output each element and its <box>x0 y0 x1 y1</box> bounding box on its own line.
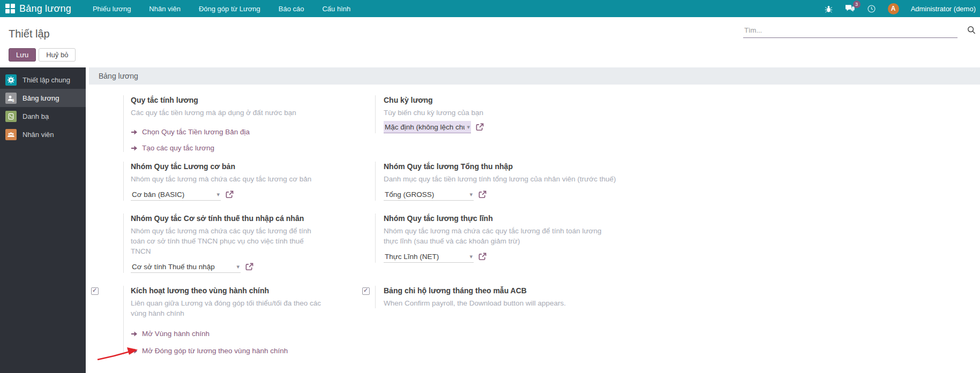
sidebar-item-danh-ba[interactable]: Danh bạ <box>0 107 86 125</box>
setting-title: Nhóm Quy tắc Cơ sở tính thuế thu nhập cá… <box>131 214 327 224</box>
contacts-icon <box>5 111 17 122</box>
settings-form: Quy tắc tính lương Các quy tắc tiền lươn… <box>86 85 980 355</box>
search-input[interactable] <box>743 25 957 38</box>
app-brand[interactable]: Bảng lương <box>19 3 71 14</box>
activity-clock-icon[interactable] <box>867 4 876 13</box>
setting-pay-cycle: Chu kỳ lương Tùy biến chu kỳ lương của b… <box>327 95 627 152</box>
caret-down-icon <box>236 263 240 270</box>
setting-title: Chu kỳ lương <box>384 95 627 105</box>
arrow-right-icon <box>131 129 138 135</box>
sidebar-item-thiet-lap-chung[interactable]: Thiết lập chung <box>0 71 86 89</box>
sidebar-item-bang-luong[interactable]: $ Bảng lương <box>0 89 86 107</box>
settings-section-title: Bảng lương <box>99 72 138 80</box>
external-link-icon[interactable] <box>478 191 487 199</box>
user-menu[interactable]: Administrator (demo) <box>911 5 976 13</box>
external-link-icon[interactable] <box>226 191 234 199</box>
setting-subtitle: Các quy tắc tiền lương mà áp dụng ở đất … <box>131 108 327 118</box>
nav-item-cau-hinh[interactable]: Cấu hình <box>322 5 350 13</box>
nav-item-nhan-vien[interactable]: Nhân viên <box>149 5 181 13</box>
sidebar-item-label: Bảng lương <box>23 94 59 102</box>
external-link-icon[interactable] <box>245 263 253 271</box>
admin-region-checkbox[interactable] <box>91 287 99 295</box>
main-menu: Phiếu lương Nhân viên Đóng góp từ Lương … <box>93 5 350 13</box>
sidebar-item-label: Thiết lập chung <box>23 76 70 84</box>
setting-basic-rule-group: Nhóm Quy tắc Lương cơ bản Nhóm quy tắc l… <box>88 162 327 201</box>
caret-down-icon <box>469 253 473 260</box>
sidebar-item-nhan-vien[interactable]: Nhân viên <box>0 125 86 143</box>
gear-icon <box>5 74 17 86</box>
settings-section-header: Bảng lương <box>89 67 980 85</box>
control-panel: Thiết lập Lưu Huỷ bỏ <box>0 17 980 67</box>
setting-gross-rule-group: Nhóm Quy tắc lương Tổng thu nhập Danh mụ… <box>327 162 627 201</box>
arrow-right-icon <box>131 145 138 151</box>
setting-acb-report: Bảng chi hộ lương tháng theo mẫu ACB Whe… <box>327 286 627 355</box>
messages-count-badge: 3 <box>853 1 861 8</box>
setting-subtitle: Nhóm quy tắc lương mà chứa các quy tắc l… <box>384 226 614 246</box>
setting-title: Nhóm Quy tắc Lương cơ bản <box>131 162 327 172</box>
discard-button[interactable]: Huỷ bỏ <box>39 48 76 62</box>
setting-subtitle: When Confirm payroll, the Download butto… <box>384 298 627 308</box>
apps-menu-icon[interactable] <box>5 4 15 13</box>
nav-item-bao-cao[interactable]: Báo cáo <box>279 5 304 13</box>
avatar[interactable]: A <box>888 3 899 14</box>
sidebar-item-label: Danh bạ <box>23 112 49 120</box>
basic-rule-group-select[interactable]: Cơ bản (BASIC) <box>131 188 221 201</box>
pay-cycle-select[interactable]: Mặc định (không lệch chu <box>384 121 471 133</box>
tax-base-rule-group-select[interactable]: Cơ sở tính Thuế thu nhập <box>131 261 241 273</box>
setting-subtitle: Danh mục quy tắc tiền lương tính tổng lư… <box>384 174 627 184</box>
caret-down-icon <box>469 191 473 198</box>
bug-icon[interactable] <box>825 5 833 13</box>
setting-subtitle: Nhóm quy tắc lương mà chứa các quy tắc l… <box>131 226 324 256</box>
save-button[interactable]: Lưu <box>9 48 36 62</box>
setting-title: Nhóm Quy tắc lương thực lĩnh <box>384 214 627 224</box>
acb-report-checkbox[interactable] <box>362 287 370 295</box>
employees-icon <box>5 129 17 140</box>
sidebar-item-label: Nhân viên <box>23 131 54 139</box>
gross-rule-group-select[interactable]: Tổng (GROSS) <box>384 188 474 201</box>
create-salary-rules-link[interactable]: Tạo các quy tắc lương <box>131 144 327 152</box>
arrow-right-icon <box>131 348 138 354</box>
open-admin-regions-link[interactable]: Mở Vùng hành chính <box>131 330 327 338</box>
setting-title: Kích hoạt lương theo vùng hành chính <box>131 286 327 296</box>
caret-down-icon <box>216 191 220 198</box>
top-navbar: Bảng lương Phiếu lương Nhân viên Đóng gó… <box>0 0 980 17</box>
setting-net-rule-group: Nhóm Quy tắc lương thực lĩnh Nhóm quy tắ… <box>327 214 627 273</box>
caret-down-icon <box>467 124 470 131</box>
setting-title: Bảng chi hộ lương tháng theo mẫu ACB <box>384 286 627 296</box>
search-icon[interactable] <box>967 26 976 36</box>
setting-salary-rules: Quy tắc tính lương Các quy tắc tiền lươn… <box>88 95 327 152</box>
external-link-icon[interactable] <box>476 123 484 131</box>
setting-title: Quy tắc tính lương <box>131 95 327 105</box>
svg-text:$: $ <box>12 98 14 102</box>
net-rule-group-select[interactable]: Thực Lĩnh (NET) <box>384 250 474 263</box>
setting-title: Nhóm Quy tắc lương Tổng thu nhập <box>384 162 627 172</box>
setting-subtitle: Liên quan giữa Lương và đóng góp tối thi… <box>131 298 321 318</box>
setting-admin-region: Kích hoạt lương theo vùng hành chính Liê… <box>88 286 327 355</box>
open-region-contributions-link[interactable]: Mở Đóng góp từ lương theo vùng hành chín… <box>131 347 327 355</box>
settings-sidebar: Thiết lập chung $ Bảng lương Danh bạ Nhâ… <box>0 67 86 373</box>
setting-tax-base-rule-group: Nhóm Quy tắc Cơ sở tính thuế thu nhập cá… <box>88 214 327 273</box>
messages-icon[interactable]: 3 <box>844 4 855 13</box>
choose-local-salary-rules-link[interactable]: Chọn Quy tắc Tiền lương Bản địa <box>131 128 327 136</box>
external-link-icon[interactable] <box>478 253 487 261</box>
setting-subtitle: Tùy biến chu kỳ lương của bạn <box>384 108 627 118</box>
setting-subtitle: Nhóm quy tắc lương mà chứa các quy tắc l… <box>131 174 327 184</box>
nav-item-phieu-luong[interactable]: Phiếu lương <box>93 5 131 13</box>
nav-item-dong-gop[interactable]: Đóng góp từ Lương <box>199 5 260 13</box>
payroll-icon: $ <box>5 93 17 104</box>
arrow-right-icon <box>131 331 138 337</box>
